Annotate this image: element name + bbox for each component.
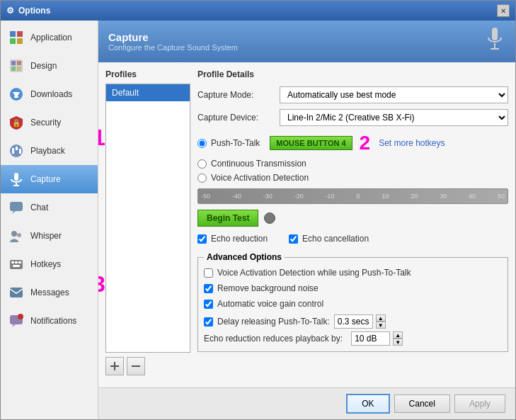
cancel-button[interactable]: Cancel [394,395,450,413]
sidebar-item-messages[interactable]: Messages [1,278,98,307]
svg-rect-29 [10,288,23,297]
mouse-button-4-btn[interactable]: MOUSE BUTTON 4 [270,136,352,150]
echo-reduction-playback-row: Echo reduction reduces playback by: ▲ ▼ [204,331,502,346]
svg-rect-17 [14,173,18,181]
sidebar-item-security[interactable]: 🔒 Security [1,108,98,137]
sidebar-item-messages-label: Messages [30,288,69,297]
svg-rect-5 [11,61,16,65]
delay-releasing-checkbox[interactable] [204,317,213,327]
svg-rect-6 [17,61,21,65]
sidebar-item-playback-label: Playback [30,146,65,156]
sidebar-item-whisper-label: Whisper [30,231,62,241]
add-profile-button[interactable] [105,357,124,375]
content-area: Profiles Default 1 [98,62,515,387]
svg-rect-11 [14,96,18,98]
test-indicator [264,212,275,224]
application-icon [8,29,25,46]
remove-background-checkbox[interactable] [204,284,213,293]
sidebar-item-design-label: Design [30,61,57,71]
capture-mode-select[interactable]: Automatically use best mode [280,86,508,103]
security-icon: 🔒 [8,114,25,131]
window-title-icon: ⚙ [6,6,14,16]
echo-reduction-label: Echo reduction [211,234,268,244]
svg-point-32 [18,314,23,319]
svg-rect-3 [17,38,23,44]
echo-db-spinner: ▲ ▼ [393,331,403,346]
delay-down-btn[interactable]: ▼ [376,322,386,329]
auto-voice-gain-row: Automatic voice gain control [204,299,502,309]
voice-activation-ptt-label: Voice Activation Detection while using P… [217,268,411,278]
voice-activation-radio[interactable] [197,174,207,183]
delay-spinner: ▲ ▼ [376,314,386,329]
continuous-transmission-radio[interactable] [197,159,207,169]
sidebar-item-application-label: Application [30,33,72,42]
echo-reduction-checkbox-row: Echo reduction [197,234,268,244]
remove-background-row: Remove background noise [204,283,502,293]
sidebar-item-design[interactable]: Design [1,52,98,80]
svg-rect-0 [10,31,16,37]
sidebar-item-hotkeys[interactable]: Hotkeys [1,250,98,278]
footer: OK Cancel Apply [98,387,515,419]
sidebar-item-capture[interactable]: Capture [1,165,98,193]
auto-voice-gain-label: Automatic voice gain control [217,299,323,309]
content-header-text: Capture Configure the Capture Sound Syst… [108,31,238,52]
capture-device-label: Capture Device: [197,113,275,123]
default-profile-item[interactable]: Default [106,84,190,101]
push-to-talk-radio[interactable] [197,139,207,148]
window-body: Application Design Downloads 🔒 Security [1,21,515,419]
svg-rect-20 [10,202,23,211]
svg-rect-24 [10,260,23,269]
echo-db-down-btn[interactable]: ▼ [393,339,403,346]
svg-rect-16 [19,149,21,154]
window-title: Options [18,6,50,16]
level-meter: -50 -40 -30 -20 -10 0 10 20 30 40 50 [197,188,508,204]
echo-db-up-btn[interactable]: ▲ [393,331,403,339]
svg-rect-27 [18,261,21,263]
set-hotkeys-link[interactable]: Set more hotkeys [379,138,445,148]
delete-profile-button[interactable] [127,357,145,375]
profile-actions [105,357,190,375]
svg-rect-25 [11,261,14,263]
capture-device-row: Capture Device: Line-In 2/Mic 2 (Creativ… [197,109,508,126]
playback-icon [8,142,25,159]
voice-activation-ptt-checkbox[interactable] [204,268,213,278]
begin-test-row: Begin Test [197,210,508,227]
auto-voice-gain-checkbox[interactable] [204,300,213,309]
sidebar-item-downloads[interactable]: Downloads [1,80,98,108]
sidebar-item-playback[interactable]: Playback [1,137,98,165]
echo-cancellation-checkbox-row: Echo cancellation [289,234,369,244]
delay-value-input[interactable] [334,314,373,329]
echo-cancellation-checkbox[interactable] [289,234,298,244]
sidebar-item-application[interactable]: Application [1,23,98,52]
advanced-options-inner: Voice Activation Detection while using P… [204,268,502,346]
messages-icon [8,284,25,301]
title-bar: ⚙ Options ✕ [1,1,515,21]
sidebar-item-notifications[interactable]: Notifications [1,307,98,335]
begin-test-button[interactable]: Begin Test [197,210,258,227]
close-button[interactable]: ✕ [497,4,510,17]
notifications-icon [8,312,25,329]
capture-mode-row: Capture Mode: Automatically use best mod… [197,86,508,103]
sidebar-item-hotkeys-label: Hotkeys [30,259,61,269]
delay-row: Delay releasing Push-To-Talk: ▲ ▼ [204,314,502,329]
echo-reduction-checkbox[interactable] [197,234,207,244]
apply-button[interactable]: Apply [454,395,505,413]
ok-button[interactable]: OK [346,394,389,414]
options-window: ⚙ Options ✕ Application Design [0,0,516,420]
sidebar-item-chat[interactable]: Chat [1,193,98,222]
delay-up-btn[interactable]: ▲ [376,314,386,322]
svg-rect-14 [12,148,14,154]
voice-activation-ptt-row: Voice Activation Detection while using P… [204,268,502,278]
delay-releasing-label: Delay releasing Push-To-Talk: [217,317,330,327]
annotation-3: 3 [98,273,105,295]
sidebar-item-capture-label: Capture [30,174,61,184]
chat-icon [8,199,25,216]
svg-rect-38 [132,365,140,367]
annotation-1: 1 [98,126,105,149]
svg-text:🔒: 🔒 [12,118,21,127]
sidebar-item-whisper[interactable]: Whisper [1,222,98,250]
svg-point-22 [11,231,17,237]
capture-device-select[interactable]: Line-In 2/Mic 2 (Creative SB X-Fi) [280,109,508,126]
echo-reduction-db-input[interactable] [351,331,390,346]
push-to-talk-label: Push-To-Talk [211,138,260,148]
